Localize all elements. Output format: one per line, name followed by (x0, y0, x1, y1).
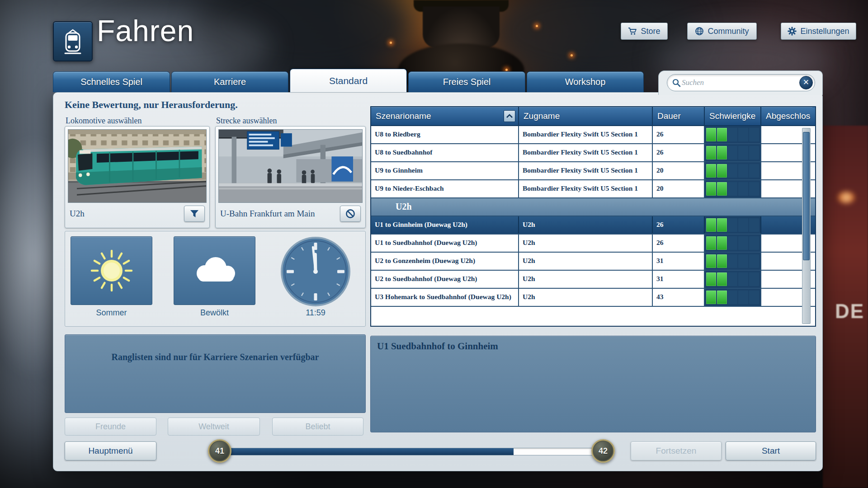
resume-button[interactable]: Fortsetzen (631, 441, 722, 460)
train-name: Bombardier Flexity Swift U5 Section 1 (519, 180, 653, 197)
difficulty-segment (717, 272, 727, 286)
tab-freies-spiel[interactable]: Freies Spiel (408, 71, 525, 92)
difficulty-segment (717, 254, 727, 268)
scenario-name: U9 to Ginnheim (371, 162, 519, 179)
friends-button[interactable]: Freunde (65, 418, 156, 436)
scenario-row[interactable]: U9 to GinnheimBombardier Flexity Swift U… (371, 162, 815, 180)
tab-workshop[interactable]: Workshop (527, 71, 644, 92)
difficulty-segment (749, 254, 759, 268)
leaderboard-notice: Ranglisten sind nur für Karriere Szenari… (79, 352, 352, 362)
route-picker-label: Strecke auswählen (216, 116, 277, 126)
header-schwierigkeit[interactable]: Schwierigke (705, 107, 761, 125)
scenario-row[interactable]: U2 to Gonzenheim (Duewag U2h)U2h31 (371, 253, 815, 271)
search-clear-button[interactable] (799, 76, 813, 89)
scrollbar-thumb[interactable] (803, 132, 810, 260)
header-dauer[interactable]: Dauer (653, 107, 705, 125)
tab-label: Standard (329, 75, 368, 86)
difficulty-bar (705, 180, 761, 197)
difficulty-segment (706, 236, 716, 250)
difficulty-bar (705, 162, 761, 179)
scenario-name: U3 Hohemark to Suedbahnhof (Duewag U2h) (371, 289, 519, 306)
tab-label: Workshop (565, 77, 606, 87)
difficulty-segment (728, 182, 738, 196)
globe-icon (695, 27, 704, 36)
scenario-row[interactable]: U1 to Ginnheim (Duewag U2h)U2h26 (371, 216, 815, 235)
difficulty-bar (705, 216, 761, 234)
scrollbar[interactable] (802, 128, 811, 324)
difficulty-segment (728, 128, 738, 141)
difficulty-segment (738, 164, 748, 178)
community-button[interactable]: Community (687, 23, 757, 40)
locomotive-caption: U2h (68, 203, 207, 225)
cart-icon (628, 27, 637, 35)
duration-value: 26 (653, 144, 705, 161)
difficulty-segment (706, 218, 716, 232)
header-label: Zugname (524, 111, 560, 121)
route-name: U-Bahn Frankfurt am Main (220, 209, 315, 219)
route-card[interactable]: U-Bahn Frankfurt am Main (215, 126, 366, 228)
scenario-row[interactable]: U8 to RiedbergBombardier Flexity Swift U… (371, 126, 815, 144)
settings-button[interactable]: Einstellungen (781, 23, 856, 40)
train-name: Bombardier Flexity Swift U5 Section 1 (519, 126, 653, 143)
store-button[interactable]: Store (621, 23, 668, 40)
difficulty-segment (717, 236, 727, 250)
difficulty-segment (728, 236, 738, 250)
locomotive-image (68, 129, 207, 203)
locomotive-filter-button[interactable] (184, 206, 205, 222)
start-button[interactable]: Start (726, 441, 816, 460)
badge-number: 42 (599, 446, 608, 456)
time-clock[interactable] (279, 235, 352, 308)
locomotive-chimney (423, 6, 500, 48)
scenario-row[interactable]: U2 to Suedbahnhof (Duewag U2h)U2h31 (371, 271, 815, 289)
tab-schnelles-spiel[interactable]: Schnelles Spiel (53, 71, 170, 92)
difficulty-bar (705, 144, 761, 161)
standard-scenarios-panel: Keine Bewertung, nur Herausforderung. Lo… (53, 92, 823, 471)
badge-number: 41 (215, 446, 224, 456)
difficulty-segment (749, 182, 759, 196)
search-input[interactable] (681, 78, 799, 88)
difficulty-segment (706, 272, 716, 286)
season-tile[interactable] (71, 236, 152, 305)
duration-value: 26 (653, 235, 705, 252)
tab-standard[interactable]: Standard (290, 69, 407, 92)
scenario-group-row[interactable]: U2h (371, 198, 815, 216)
weather-panel: Sommer Bewölkt 11:59 (65, 231, 366, 327)
scenario-row[interactable]: U3 Hohemark to Suedbahnhof (Duewag U2h)U… (371, 289, 815, 307)
header-szenarioname[interactable]: Szenarioname (371, 107, 519, 125)
tab-karriere[interactable]: Karriere (171, 71, 288, 92)
sun-icon (87, 246, 137, 296)
difficulty-segment (717, 128, 727, 141)
duration-value: 20 (653, 180, 705, 197)
difficulty-segment (717, 164, 727, 178)
background-train-light (838, 192, 854, 203)
header-zugname[interactable]: Zugname (519, 107, 653, 125)
scenario-name: U8 to Suedbahnhof (371, 144, 519, 161)
tab-label: Freies Spiel (443, 77, 491, 87)
scenario-row[interactable]: U8 to SuedbahnhofBombardier Flexity Swif… (371, 144, 815, 162)
route-clear-button[interactable] (340, 206, 361, 222)
locomotive-card[interactable]: U2h (65, 126, 210, 228)
clock-icon (279, 235, 352, 308)
no-entry-icon (345, 209, 355, 219)
train-name: U2h (519, 216, 653, 234)
duration-value: 31 (653, 253, 705, 270)
header-abgeschlossen[interactable]: Abgeschlos (761, 107, 812, 125)
sort-asc-icon[interactable] (504, 110, 515, 122)
difficulty-segment (706, 128, 716, 141)
main-menu-button[interactable]: Hauptmenü (65, 441, 156, 460)
worldwide-button[interactable]: Weltweit (168, 418, 260, 436)
difficulty-segment (728, 146, 738, 160)
scenario-row[interactable]: U1 to Suedbahnhof (Duewag U2h)U2h26 (371, 235, 815, 253)
weather-tile[interactable] (174, 236, 255, 305)
duration-value: 26 (653, 216, 705, 234)
header-label: Szenarioname (376, 111, 431, 121)
train-name: Bombardier Flexity Swift U5 Section 1 (519, 162, 653, 179)
difficulty-segment (738, 128, 748, 141)
train-name: U2h (519, 289, 653, 306)
difficulty-bar (705, 271, 761, 288)
difficulty-segment (706, 164, 716, 178)
driver-level-badge-current: 41 (208, 439, 231, 463)
leaderboard-panel: Ranglisten sind nur für Karriere Szenari… (65, 334, 366, 413)
scenario-row[interactable]: U9 to Nieder-EschbachBombardier Flexity … (371, 180, 815, 198)
popular-button[interactable]: Beliebt (272, 418, 363, 436)
